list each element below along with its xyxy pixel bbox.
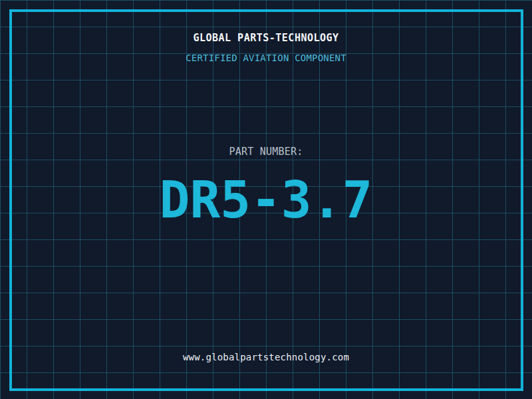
part-number-value: DR5-3.7: [0, 175, 532, 225]
brand-subtitle: CERTIFIED AVIATION COMPONENT: [0, 53, 532, 63]
brand-title: GLOBAL PARTS-TECHNOLOGY: [0, 33, 532, 43]
website-url: www.globalpartstechnology.com: [0, 352, 532, 362]
part-number-label: PART NUMBER:: [0, 146, 532, 157]
label-card: GLOBAL PARTS-TECHNOLOGY CERTIFIED AVIATI…: [0, 0, 532, 399]
